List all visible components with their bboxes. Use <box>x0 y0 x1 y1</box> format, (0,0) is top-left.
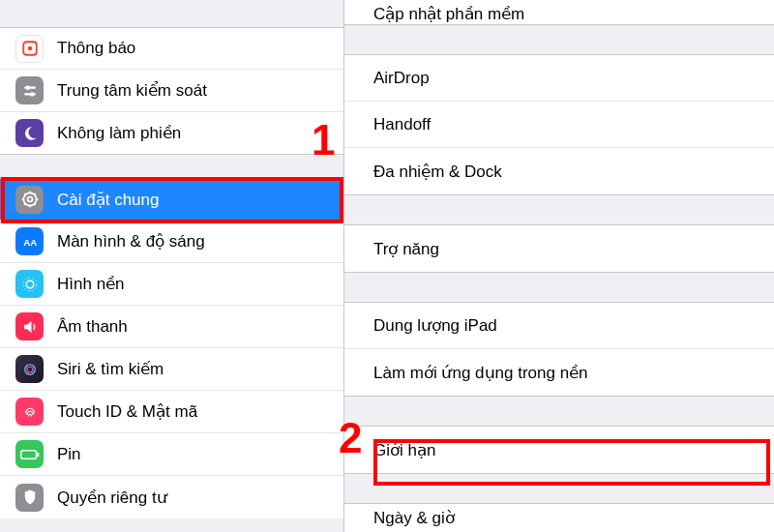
sidebar-item-battery[interactable]: Pin <box>0 433 343 476</box>
sidebar-item-sounds[interactable]: Âm thanh <box>0 306 343 348</box>
general-settings-detail: Cập nhật phần mềm AirDrop Handoff Đa nhi… <box>344 0 774 532</box>
settings-sidebar: Thông báo Trung tâm kiểm soát Không làm … <box>0 0 344 532</box>
touchid-icon <box>15 398 44 426</box>
sidebar-item-label: Pin <box>57 445 81 464</box>
svg-point-5 <box>30 92 35 97</box>
battery-icon <box>15 440 44 468</box>
notifications-icon <box>15 35 44 63</box>
detail-row-label: Ngày & giờ <box>373 508 455 528</box>
sidebar-item-label: Quyền riêng tư <box>57 488 167 508</box>
sidebar-item-label: Hình nền <box>57 274 125 294</box>
detail-row-label: Handoff <box>373 115 431 134</box>
sidebar-item-label: Màn hình & độ sáng <box>57 231 205 251</box>
settings-split-view: Thông báo Trung tâm kiểm soát Không làm … <box>0 0 774 532</box>
detail-row-storage[interactable]: Dung lượng iPad <box>344 303 774 349</box>
sidebar-item-wallpaper[interactable]: Hình nền <box>0 263 343 306</box>
detail-group-sharing: AirDrop Handoff Đa nhiệm & Dock <box>344 54 774 195</box>
detail-row-handoff[interactable]: Handoff <box>344 102 774 148</box>
svg-point-1 <box>27 46 32 51</box>
sidebar-item-touchid[interactable]: Touch ID & Mật mã <box>0 391 343 433</box>
detail-row-label: Trợ năng <box>373 239 439 259</box>
svg-point-4 <box>25 85 30 90</box>
svg-point-17 <box>26 281 34 288</box>
sidebar-item-label: Không làm phiền <box>57 123 181 143</box>
sidebar-item-siri[interactable]: Siri & tìm kiếm <box>0 348 343 391</box>
detail-group-restrictions: Giới hạn <box>344 426 774 474</box>
detail-group-storage: Dung lượng iPad Làm mới ứng dụng trong n… <box>344 302 774 397</box>
control-center-icon <box>15 76 44 104</box>
sidebar-item-notifications[interactable]: Thông báo <box>0 27 343 70</box>
detail-row-accessibility[interactable]: Trợ năng <box>344 225 774 272</box>
sidebar-item-label: Trung tâm kiểm soát <box>57 80 207 101</box>
sidebar-item-privacy[interactable]: Quyền riêng tư <box>0 476 343 518</box>
svg-rect-21 <box>20 450 36 458</box>
sound-icon <box>15 312 44 340</box>
sidebar-item-label: Thông báo <box>57 39 135 58</box>
siri-icon <box>15 355 44 383</box>
sidebar-item-display[interactable]: AA Màn hình & độ sáng <box>0 221 343 263</box>
sidebar-section-gap <box>0 155 343 178</box>
svg-point-7 <box>27 197 32 202</box>
detail-row-airdrop[interactable]: AirDrop <box>344 55 774 102</box>
sidebar-top-gap <box>0 0 343 27</box>
detail-row-background-refresh[interactable]: Làm mới ứng dụng trong nền <box>344 349 774 396</box>
detail-group-accessibility: Trợ năng <box>344 224 774 273</box>
sidebar-item-label: Cài đặt chung <box>57 190 159 210</box>
detail-row-label: Cập nhật phần mềm <box>373 4 524 24</box>
detail-row-restrictions[interactable]: Giới hạn <box>344 427 774 473</box>
svg-point-19 <box>24 364 35 374</box>
detail-row-label: Giới hạn <box>373 440 435 460</box>
detail-row-label: Đa nhiệm & Dock <box>373 162 502 182</box>
sidebar-item-label: Touch ID & Mật mã <box>57 401 197 422</box>
dnd-icon <box>15 119 44 147</box>
svg-point-18 <box>23 278 37 291</box>
svg-rect-22 <box>37 452 39 456</box>
display-icon: AA <box>15 227 44 255</box>
gear-icon <box>15 186 44 214</box>
detail-row-label: Dung lượng iPad <box>373 315 497 336</box>
privacy-icon <box>15 484 44 512</box>
detail-row-date-time[interactable]: Ngày & giờ <box>344 503 774 532</box>
sidebar-item-control-center[interactable]: Trung tâm kiểm soát <box>0 70 343 112</box>
sidebar-item-label: Âm thanh <box>57 317 128 337</box>
sidebar-item-dnd[interactable]: Không làm phiền <box>0 112 343 155</box>
svg-point-20 <box>27 367 33 372</box>
sidebar-item-label: Siri & tìm kiếm <box>57 359 164 379</box>
wallpaper-icon <box>15 270 44 298</box>
svg-text:AA: AA <box>23 236 37 247</box>
sidebar-item-general[interactable]: Cài đặt chung <box>0 178 343 221</box>
detail-row-label: Làm mới ứng dụng trong nền <box>373 363 588 383</box>
detail-row-software-update[interactable]: Cập nhật phần mềm <box>344 0 774 25</box>
detail-row-multitasking[interactable]: Đa nhiệm & Dock <box>344 148 774 194</box>
detail-row-label: AirDrop <box>373 69 430 88</box>
